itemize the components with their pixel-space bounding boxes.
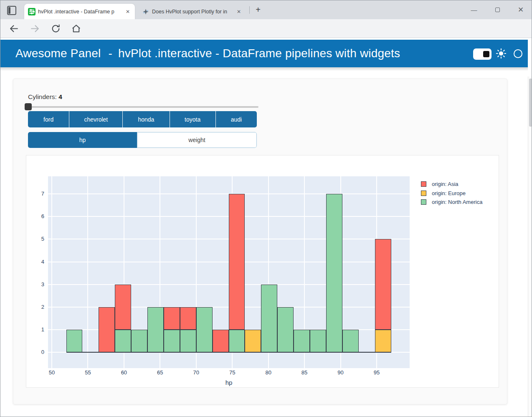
scrollbar-thumb[interactable] [529, 79, 532, 127]
cylinders-slider-track[interactable] [25, 106, 258, 108]
theme-toggle-switch[interactable] [473, 48, 491, 60]
widget-card: Cylinders: 4 ford chevrolet honda toyota… [13, 79, 507, 404]
bar-segment [375, 239, 391, 330]
page-viewport: Awesome Panel - hvPlot .interactive - Da… [0, 38, 528, 417]
legend-swatch-icon [421, 181, 426, 187]
legend-item[interactable]: origin: North America [421, 198, 482, 207]
brand-button-audi[interactable]: audi [215, 111, 257, 127]
legend-label: origin: North America [432, 199, 482, 205]
bar-segment [375, 330, 391, 352]
maximize-button[interactable] [486, 6, 509, 13]
brand-button-ford[interactable]: ford [28, 111, 69, 127]
theme-toggle-knob [483, 51, 489, 57]
cylinders-label: Cylinders: 4 [28, 93, 62, 101]
brand-button-chevrolet[interactable]: chevrolet [69, 111, 122, 127]
refresh-icon[interactable] [51, 23, 61, 34]
bar-segment [310, 330, 326, 352]
x-axis-label: hp [48, 379, 410, 386]
bar-segment [99, 307, 115, 352]
legend-swatch-icon [421, 191, 426, 196]
metric-toggle-group: hp weight [28, 132, 257, 148]
x-tick-label: 80 [259, 369, 278, 376]
bar-segment [229, 330, 245, 352]
x-tick-label: 50 [43, 369, 61, 376]
bar-segment [196, 307, 213, 352]
back-icon[interactable] [9, 23, 19, 34]
bar-segment [66, 330, 83, 352]
maximize-icon [495, 8, 500, 12]
browser-titlebar: hvPlot .interactive - DataFrame p ✕ Does… [0, 0, 532, 19]
legend-label: origin: Europe [432, 190, 466, 196]
tab-title: hvPlot .interactive - DataFrame p [38, 9, 122, 15]
site-title: Awesome Panel [15, 47, 101, 60]
y-tick-label: 1 [26, 326, 44, 333]
cylinders-slider-handle[interactable] [25, 103, 32, 110]
histogram-chart: 01234567 50556065707580859095 hp origin:… [26, 155, 499, 388]
bar-segment [213, 330, 229, 352]
tab-inactive[interactable]: Does HvPlot support Plotly for in ✕ [138, 4, 246, 19]
bar-segment [147, 307, 164, 352]
browser-toolbar: localhost:5006/script A • • • [0, 19, 532, 38]
minimize-button[interactable]: — [462, 6, 486, 13]
x-axis-ticks: 50556065707580859095 [48, 369, 410, 377]
brand-button-toyota[interactable]: toyota [170, 111, 215, 127]
bar-segment [342, 330, 359, 352]
bar-segment [164, 330, 180, 352]
brand-button-honda[interactable]: honda [122, 111, 169, 127]
forward-icon[interactable] [30, 23, 40, 34]
y-tick-label: 3 [26, 281, 44, 287]
bar-segment [245, 330, 261, 352]
tab-separator [249, 6, 250, 14]
browser-window: hvPlot .interactive - DataFrame p ✕ Does… [0, 0, 532, 417]
new-tab-button[interactable]: + [253, 5, 263, 15]
bar-segment [115, 285, 131, 330]
search-page-favicon-icon [142, 8, 149, 15]
x-tick-label: 95 [367, 369, 386, 376]
bar-segment [277, 307, 294, 352]
legend-swatch-icon [421, 199, 426, 205]
bar-segment [294, 330, 310, 352]
metric-button-hp[interactable]: hp [28, 132, 137, 148]
cylinders-value: 4 [58, 93, 62, 100]
bar-segment [261, 285, 277, 352]
brand-toggle-group: ford chevrolet honda toyota audi [28, 111, 257, 127]
x-tick-label: 70 [187, 369, 205, 376]
legend-item[interactable]: origin: Asia [421, 180, 482, 189]
y-tick-label: 0 [26, 349, 44, 355]
bar-segment [180, 307, 196, 330]
y-tick-label: 5 [26, 236, 44, 242]
y-tick-label: 4 [26, 259, 44, 265]
x-tick-label: 55 [79, 369, 97, 376]
bar-segment [229, 194, 245, 330]
panel-app-favicon-icon [28, 8, 35, 15]
bar-segment [180, 330, 196, 352]
header-shadow [0, 67, 528, 71]
gridline-vertical [51, 176, 52, 368]
tab-close-icon[interactable]: ✕ [235, 8, 243, 15]
close-button[interactable]: ✕ [509, 5, 532, 14]
app-header: Awesome Panel - hvPlot .interactive - Da… [0, 40, 528, 67]
y-tick-label: 6 [26, 213, 44, 219]
tab-close-icon[interactable]: ✕ [124, 8, 132, 15]
chart-legend: origin: Asiaorigin: Europeorigin: North … [421, 180, 482, 207]
bar-segment [164, 307, 180, 330]
page-scrollbar[interactable] [528, 76, 532, 417]
busy-indicator-icon [514, 49, 522, 58]
bar-segment [115, 330, 131, 352]
tab-active[interactable]: hvPlot .interactive - DataFrame p ✕ [24, 4, 135, 19]
plot-area [48, 176, 410, 368]
legend-item[interactable]: origin: Europe [421, 189, 482, 198]
gridline-vertical [87, 176, 88, 368]
x-tick-label: 85 [295, 369, 314, 376]
title-separator: - [108, 47, 112, 60]
x-tick-label: 75 [223, 369, 241, 376]
y-tick-label: 7 [26, 191, 44, 197]
metric-button-weight[interactable]: weight [137, 132, 257, 148]
tab-title: Does HvPlot support Plotly for in [152, 9, 233, 15]
tab-actions-menu-icon[interactable] [7, 6, 16, 15]
home-icon[interactable] [71, 23, 81, 34]
sun-icon[interactable] [496, 48, 507, 59]
legend-label: origin: Asia [432, 181, 459, 187]
x-tick-label: 60 [115, 369, 133, 376]
bar-segment [326, 194, 342, 352]
